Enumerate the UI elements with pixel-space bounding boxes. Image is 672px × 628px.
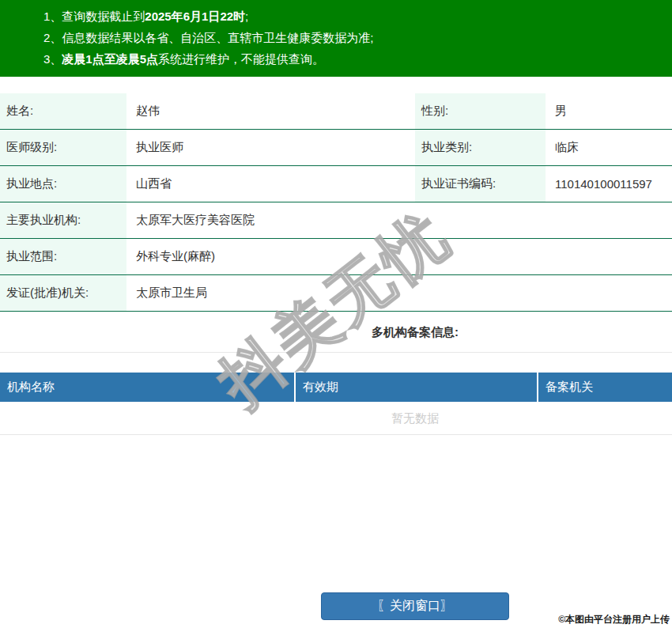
doctor-profile-table: 姓名: 赵伟 性别: 男 医师级别: 执业医师 执业类别: 临床 执业地点: 山…	[0, 93, 672, 312]
practice-category-value: 临床	[546, 130, 672, 165]
doctor-level-value: 执业医师	[126, 130, 415, 165]
attribution-text: ©本图由平台注册用户上传	[558, 613, 670, 626]
table-row: 发证(批准)机关: 太原市卫生局	[0, 275, 672, 312]
multi-org-section-title: 多机构备案信息:	[0, 312, 672, 353]
issuing-authority-value: 太原市卫生局	[126, 275, 672, 311]
doctor-level-label: 医师级别:	[0, 130, 126, 165]
table-row: 执业范围: 外科专业(麻醉)	[0, 239, 672, 275]
notice-line-1-number: 1、	[43, 9, 62, 23]
notice-line-3-bold: 凌晨1点至凌晨5点	[62, 52, 158, 66]
practice-scope-label: 执业范围:	[0, 239, 126, 274]
notice-line-2-text: 信息数据结果以各省、自治区、直辖市卫生健康委数据为准;	[62, 31, 373, 44]
table-row: 执业地点: 山西省 执业证书编码: 110140100011597	[0, 166, 672, 202]
column-header-filing-authority: 备案机关	[537, 373, 672, 402]
table-row: 姓名: 赵伟 性别: 男	[0, 93, 672, 130]
name-label: 姓名:	[0, 93, 126, 129]
table-row: 主要执业机构: 太原军大医疗美容医院	[0, 202, 672, 239]
notice-line-2-number: 2、	[43, 31, 62, 44]
spacer	[0, 353, 672, 373]
no-data-message: 暂无数据	[0, 402, 672, 435]
column-header-validity-period: 有效期	[294, 373, 537, 402]
issuing-authority-label: 发证(批准)机关:	[0, 275, 126, 311]
notice-line-3-suffix: 系统进行维护，不能提供查询。	[158, 52, 324, 66]
name-value: 赵伟	[126, 93, 415, 129]
notice-line-1-suffix: ;	[245, 9, 248, 23]
notice-banner: 1、查询数据截止到2025年6月1日22时; 2、信息数据结果以各省、自治区、直…	[0, 0, 672, 77]
certificate-number-value: 110140100011597	[546, 166, 672, 202]
multi-org-table-header: 机构名称 有效期 备案机关	[0, 373, 672, 402]
practice-category-label: 执业类别:	[415, 130, 546, 165]
notice-line-1-text: 查询数据截止到	[62, 9, 145, 23]
notice-line-2: 2、信息数据结果以各省、自治区、直辖市卫生健康委数据为准;	[43, 27, 664, 48]
practice-location-value: 山西省	[126, 166, 415, 202]
certificate-number-label: 执业证书编码:	[415, 166, 546, 202]
column-header-institution-name: 机构名称	[0, 373, 294, 402]
gender-value: 男	[546, 93, 672, 129]
table-row: 医师级别: 执业医师 执业类别: 临床	[0, 130, 672, 166]
notice-line-3-number: 3、	[43, 52, 62, 66]
main-institution-value: 太原军大医疗美容医院	[126, 202, 672, 238]
practice-scope-value: 外科专业(麻醉)	[126, 239, 672, 274]
practice-location-label: 执业地点:	[0, 166, 126, 202]
notice-line-3: 3、凌晨1点至凌晨5点系统进行维护，不能提供查询。	[43, 48, 664, 70]
notice-line-1-bold: 2025年6月1日22时	[145, 9, 245, 23]
gender-label: 性别:	[415, 93, 546, 129]
close-window-button[interactable]: 〖关闭窗口〗	[321, 592, 509, 620]
notice-line-1: 1、查询数据截止到2025年6月1日22时;	[43, 6, 664, 27]
main-institution-label: 主要执业机构:	[0, 202, 126, 238]
